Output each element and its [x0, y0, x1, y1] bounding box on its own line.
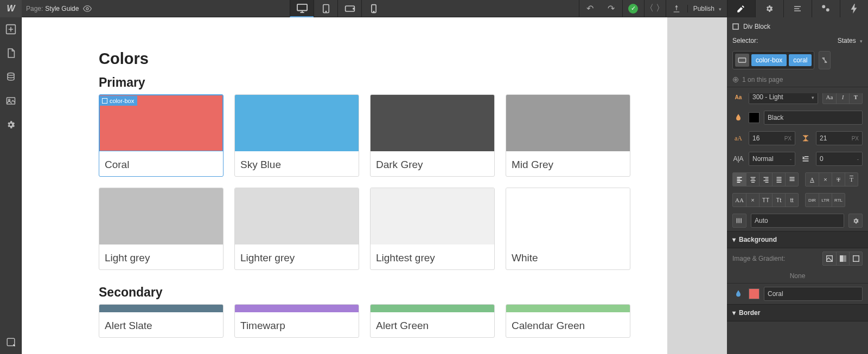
export-icon[interactable]: [666, 0, 687, 17]
tab-navigator[interactable]: [783, 0, 812, 17]
add-element-icon[interactable]: [0, 17, 22, 41]
tab-style[interactable]: [727, 0, 755, 17]
border-section-header[interactable]: ▾ Border: [727, 304, 868, 321]
decoration-strike[interactable]: T: [832, 173, 845, 186]
assets-icon[interactable]: [0, 89, 22, 113]
direction-ltr[interactable]: LTR: [819, 194, 832, 207]
selection-tag-label: color-box: [110, 98, 134, 104]
text-indent-input[interactable]: 0-: [816, 152, 863, 166]
tab-settings[interactable]: [755, 0, 783, 17]
columns-settings-icon[interactable]: [848, 214, 863, 228]
letter-spacing-icon: A|A: [732, 155, 744, 163]
decoration-none[interactable]: ×: [819, 173, 832, 186]
status-ok-icon[interactable]: ✓: [622, 0, 644, 17]
states-dropdown[interactable]: States: [838, 37, 863, 44]
direction-auto[interactable]: DIR: [806, 194, 819, 207]
page-name[interactable]: Style Guide: [45, 5, 79, 12]
svg-point-3: [326, 11, 327, 12]
pages-icon[interactable]: [0, 41, 22, 65]
webflow-logo[interactable]: W: [0, 0, 22, 17]
color-card-coral[interactable]: Coral: [99, 94, 224, 177]
color-card-light-grey[interactable]: Light grey: [99, 188, 224, 270]
columns-icon[interactable]: [733, 214, 746, 227]
undo-icon[interactable]: ↶: [579, 0, 601, 17]
selector-tag[interactable]: color-box: [751, 54, 787, 66]
device-desktop[interactable]: [290, 0, 314, 17]
redo-icon[interactable]: ↷: [601, 0, 622, 17]
font-italic[interactable]: I: [836, 93, 849, 104]
color-name: Coral: [99, 151, 223, 176]
code-icon[interactable]: 〈 〉: [644, 0, 666, 17]
color-card-timewarp[interactable]: Timewarp: [234, 304, 359, 338]
decoration-overline[interactable]: T: [845, 173, 858, 186]
tab-style-manager[interactable]: [812, 0, 840, 17]
color-card-mid-grey[interactable]: Mid Grey: [506, 94, 630, 177]
bg-radial-icon[interactable]: [849, 252, 862, 265]
svg-rect-1: [297, 4, 307, 10]
primary-color-grid: Coral Sky Blue Dark Grey Mid Grey Light …: [99, 94, 591, 270]
help-icon[interactable]: [0, 330, 22, 354]
transform-label: AA: [733, 194, 746, 207]
line-height-input[interactable]: 21PX: [816, 131, 863, 145]
color-card-lighter-grey[interactable]: Lighter grey: [234, 188, 359, 270]
transform-upper[interactable]: TT: [759, 194, 772, 207]
preview-icon[interactable]: [79, 0, 96, 17]
color-name: White: [506, 244, 630, 269]
align-justify-all[interactable]: [785, 173, 798, 186]
bg-color-swatch[interactable]: [749, 288, 760, 299]
device-tablet[interactable]: [314, 0, 337, 17]
font-bold[interactable]: T: [849, 93, 862, 104]
color-card-alert-slate[interactable]: Alert Slate: [99, 304, 224, 338]
transform-lower[interactable]: tt: [785, 194, 798, 207]
color-card-white[interactable]: White: [506, 188, 630, 270]
background-section-header[interactable]: ▾ Background: [727, 231, 868, 248]
decoration-underline[interactable]: A: [806, 173, 819, 186]
color-card-lightest-grey[interactable]: Lightest grey: [370, 188, 495, 270]
font-color-swatch[interactable]: [749, 112, 760, 123]
selector-scope-icon[interactable]: [735, 54, 749, 67]
settings-icon[interactable]: [0, 113, 22, 137]
bg-linear-icon[interactable]: [836, 252, 849, 265]
direction-rtl[interactable]: RTL: [832, 194, 845, 207]
selector-tag[interactable]: coral: [789, 54, 812, 66]
bg-image-icon[interactable]: [823, 252, 836, 265]
align-right[interactable]: [759, 173, 772, 186]
transform-cap[interactable]: Tt: [772, 194, 785, 207]
tab-interactions[interactable]: [840, 0, 868, 17]
font-color-icon: [732, 113, 744, 122]
publish-button[interactable]: Publish: [687, 5, 727, 12]
cms-icon[interactable]: [0, 65, 22, 89]
bg-type-group: [822, 252, 863, 266]
font-size-icon: aA: [732, 134, 744, 143]
section-primary-heading: Primary: [99, 75, 591, 90]
columns-input[interactable]: Auto: [751, 214, 844, 228]
canvas[interactable]: Colors Primary color-box Coral Sky Blue …: [22, 17, 667, 354]
font-weight-input[interactable]: 300 - Light: [749, 93, 818, 104]
page-title: Colors: [99, 50, 591, 68]
swatch: [506, 95, 630, 151]
device-mobile[interactable]: [361, 0, 385, 17]
color-name: Alert Green: [371, 312, 494, 337]
font-color-input[interactable]: Black: [764, 111, 863, 125]
bg-color-input[interactable]: Coral: [764, 287, 863, 301]
inheritance-icon[interactable]: [819, 51, 831, 69]
align-left[interactable]: [733, 173, 746, 186]
color-card-calendar-green[interactable]: Calendar Green: [506, 304, 630, 338]
color-card-alert-green[interactable]: Alert Green: [370, 304, 495, 338]
color-card-sky-blue[interactable]: Sky Blue: [234, 94, 359, 177]
svg-rect-20: [840, 255, 843, 262]
swatch: [506, 305, 630, 312]
selection-tag[interactable]: color-box: [99, 96, 137, 106]
font-size-input[interactable]: 16PX: [749, 131, 795, 145]
align-center[interactable]: [746, 173, 759, 186]
panel-tabs: [727, 0, 868, 17]
letter-spacing-input[interactable]: Normal-: [749, 152, 795, 166]
selector-input[interactable]: color-box coral: [732, 51, 814, 69]
font-normal[interactable]: Aa: [823, 93, 836, 104]
left-sidebar: [0, 17, 22, 354]
align-justify[interactable]: [772, 173, 785, 186]
device-tablet-landscape[interactable]: [337, 0, 361, 17]
transform-none[interactable]: ×: [746, 194, 759, 207]
color-card-dark-grey[interactable]: Dark Grey: [370, 94, 495, 177]
color-name: Mid Grey: [506, 151, 630, 176]
